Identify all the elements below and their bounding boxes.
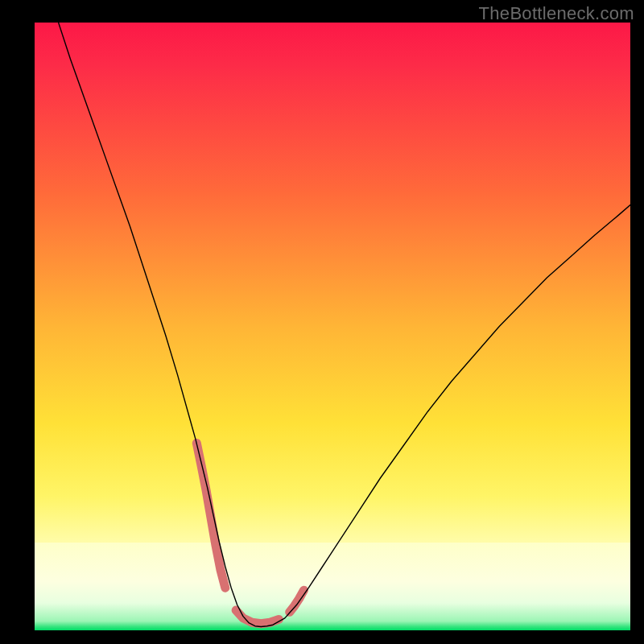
chart-frame: TheBottleneck.com — [0, 0, 644, 644]
gradient-background — [35, 23, 630, 630]
bottleneck-chart — [35, 23, 630, 630]
watermark-text: TheBottleneck.com — [479, 3, 634, 24]
